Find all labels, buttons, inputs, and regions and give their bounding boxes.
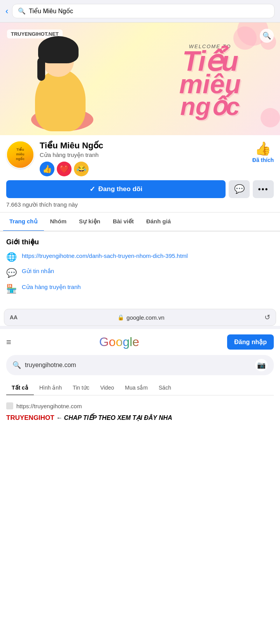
website-row: 🌐 https://truyengihotne.com/danh-sach-tr… (6, 252, 274, 262)
google-search-icon: 🔍 (12, 361, 21, 369)
reaction-love-icon: ❤️ (57, 162, 72, 176)
cover-image: TRUYENGIHOT.NET 🔍 WELCOME TO Tiểu miêu n… (0, 23, 280, 135)
google-header: ≡ Google Đăng nhập (6, 334, 274, 350)
profile-name: Tiểu Miêu Ngốc (40, 141, 247, 151)
profile-info: Tiểu Miêu Ngốc Cửa hàng truyện tranh 👍 ❤… (40, 141, 247, 176)
action-buttons: ✓ Đang theo dõi 💬 ••• (6, 180, 274, 198)
browser-search-text: Tiểu Miêu Ngốc (29, 7, 73, 15)
more-icon: ••• (258, 185, 268, 194)
tab-nhom[interactable]: Nhóm (44, 212, 73, 231)
reaction-icons: 👍 ❤️ 😂 (40, 162, 247, 176)
aa-label: AA (10, 314, 18, 320)
tabs-bar: Trang chủ Nhóm Sự kiện Bài viết Đánh giá (0, 212, 280, 231)
url-text: google.com.vn (126, 314, 164, 321)
liked-area: 👍 Đã thích (252, 141, 274, 163)
profile-subtitle: Cửa hàng truyện tranh (40, 151, 247, 158)
result-title: TRUYENGIHOT (6, 414, 54, 421)
result-subtitle: ← CHAP TIẾP THEO XEM TẠI ĐÂY NHA (56, 414, 172, 421)
google-logo: Google (99, 335, 139, 349)
hamburger-icon[interactable]: ≡ (6, 337, 11, 347)
filter-tab-news[interactable]: Tin tức (67, 381, 95, 395)
follow-check-icon: ✓ (89, 185, 95, 193)
reaction-haha-icon: 😂 (74, 162, 89, 176)
messenger-icon: 💬 (234, 184, 245, 194)
avatar-inner: Tiểumiêungốc (7, 141, 33, 168)
message-label[interactable]: Gửi tin nhắn (22, 268, 54, 275)
lock-icon: 🔒 (117, 314, 124, 320)
girl-illustration (23, 38, 101, 131)
tab-su-kien[interactable]: Sự kiện (73, 212, 107, 231)
globe-icon: 🌐 (6, 252, 17, 262)
reload-icon[interactable]: ↺ (264, 313, 270, 322)
google-search-bar[interactable]: 🔍 truyengihotne.com 📷 (6, 355, 274, 375)
google-search-text: truyengihotne.com (25, 362, 251, 369)
intro-title: Giới thiệu (6, 238, 274, 246)
result-url-row: https://truyengihotne.com (6, 400, 274, 412)
message-icon: 💬 (6, 268, 17, 278)
avatar: Tiểumiêungốc (6, 141, 34, 169)
profile-row: Tiểumiêungốc Tiểu Miêu Ngốc Cửa hàng tru… (6, 141, 274, 176)
follow-label: Đang theo dõi (98, 185, 142, 193)
shop-icon: 🏪 (6, 284, 17, 294)
intro-section: Giới thiệu 🌐 https://truyengihotne.com/d… (0, 231, 280, 306)
message-row: 💬 Gửi tin nhắn (6, 268, 274, 278)
category-row: 🏪 Cửa hàng truyện tranh (6, 284, 274, 294)
profile-section: Tiểumiêungốc Tiểu Miêu Ngốc Cửa hàng tru… (0, 135, 280, 212)
category-label: Cửa hàng truyện tranh (22, 284, 81, 291)
browser-search-icon: 🔍 (18, 7, 26, 15)
result-url-text: https://truyengihotne.com (16, 403, 82, 409)
welcome-text: WELCOME TO Tiểu miêu ngốc (148, 30, 272, 131)
filter-tab-books[interactable]: Sách (153, 381, 177, 395)
filter-tab-images[interactable]: Hình ảnh (34, 381, 67, 395)
thumb-up-icon: 👍 (255, 141, 271, 156)
reaction-like-icon: 👍 (40, 162, 54, 176)
tab-trang-chu[interactable]: Trang chủ (3, 212, 44, 231)
google-login-button[interactable]: Đăng nhập (227, 334, 274, 350)
likes-count: 7.663 người thích trang này (6, 201, 274, 208)
filter-tab-video[interactable]: Video (95, 381, 120, 395)
browser-search-bar[interactable]: 🔍 Tiểu Miêu Ngốc (12, 4, 275, 18)
camera-icon[interactable]: 📷 (255, 359, 268, 371)
google-section: ≡ Google Đăng nhập 🔍 truyengihotne.com 📷… (0, 326, 280, 430)
brand-line3: ngốc (180, 96, 240, 118)
tab-bai-viet[interactable]: Bài viết (107, 212, 140, 231)
filter-tab-all[interactable]: Tất cả (6, 381, 34, 395)
filter-tab-shopping[interactable]: Mua sắm (119, 381, 153, 395)
website-link[interactable]: https://truyengihotne.com/danh-sach-truy… (22, 252, 188, 260)
liked-label: Đã thích (252, 157, 274, 163)
browser-bar: ‹ 🔍 Tiểu Miêu Ngốc (0, 0, 280, 23)
messenger-button[interactable]: 💬 (229, 180, 250, 198)
back-button[interactable]: ‹ (5, 6, 8, 16)
follow-button[interactable]: ✓ Đang theo dõi (6, 180, 226, 198)
result-banner: TRUYENGIHOT ← CHAP TIẾP THEO XEM TẠI ĐÂY… (6, 412, 274, 424)
address-url: 🔒 google.com.vn (117, 314, 164, 321)
filter-tabs: Tất cả Hình ảnh Tin tức Video Mua sắm Sá… (6, 381, 274, 395)
more-button[interactable]: ••• (253, 180, 274, 198)
result-favicon (6, 402, 13, 409)
tab-danh-gia[interactable]: Đánh giá (140, 212, 177, 231)
address-bar[interactable]: AA 🔒 google.com.vn ↺ (4, 309, 276, 326)
